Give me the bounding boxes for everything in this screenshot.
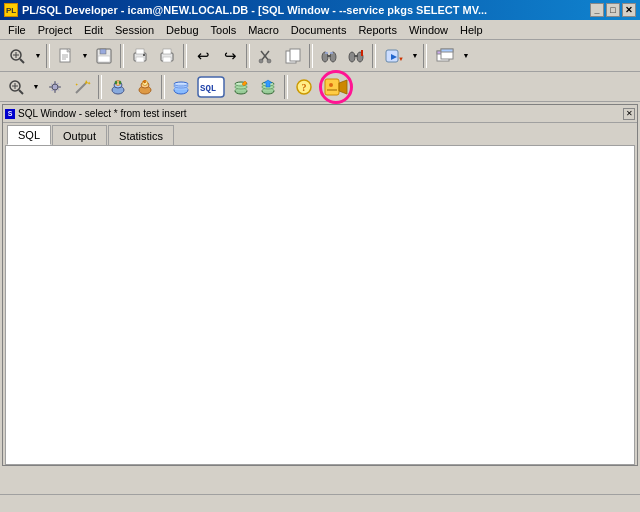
tab-statistics[interactable]: Statistics [108,125,174,145]
zoom-dropdown[interactable]: ▼ [31,75,41,99]
tab-sql[interactable]: SQL [7,125,51,145]
video-record-icon [324,76,348,98]
sql-btn[interactable]: SQL [195,75,227,99]
save-icon [95,47,113,65]
svg-rect-76 [325,79,339,95]
svg-rect-29 [330,52,333,54]
svg-text:✦: ✦ [87,80,91,86]
menu-documents[interactable]: Documents [285,22,353,38]
db-connect-button[interactable] [168,75,194,99]
video-record-button[interactable] [322,73,350,101]
menu-help[interactable]: Help [454,22,489,38]
copy-button[interactable] [280,44,306,68]
execute-button[interactable]: ▼ [379,44,409,68]
svg-rect-13 [136,49,144,54]
svg-rect-17 [163,49,171,54]
new-window-button[interactable] [430,44,460,68]
new-button[interactable] [53,44,79,68]
svg-rect-24 [290,49,300,61]
find-button[interactable] [316,44,342,68]
zoom-icon [7,78,25,96]
plugins-icon [46,78,64,96]
svg-point-78 [329,83,333,87]
print-button[interactable] [127,44,153,68]
svg-rect-27 [327,55,331,57]
close-button[interactable]: ✕ [622,3,636,17]
svg-rect-11 [98,56,110,62]
undo-button[interactable]: ↩ [190,44,216,68]
svg-line-1 [20,59,24,63]
execute-dropdown[interactable]: ▼ [410,44,420,68]
sql-window: S SQL Window - select * from test insert… [2,104,638,466]
tab-output[interactable]: Output [52,125,107,145]
menu-debug[interactable]: Debug [160,22,204,38]
window-dropdown[interactable]: ▼ [461,44,471,68]
separator-6 [372,44,376,68]
select-tool-dropdown[interactable]: ▼ [33,44,43,68]
copy-icon [284,47,302,65]
menu-project[interactable]: Project [32,22,78,38]
export-button[interactable] [255,75,281,99]
menu-window[interactable]: Window [403,22,454,38]
sql-btn-icon: SQL [197,76,225,98]
zoom-button[interactable] [2,75,30,99]
sql-window-icon: S [5,109,15,119]
svg-point-22 [267,59,271,63]
select-tool-icon [8,47,26,65]
menu-macro[interactable]: Macro [242,22,285,38]
svg-point-21 [259,59,263,63]
print-preview-button[interactable] [154,44,180,68]
svg-rect-79 [327,89,337,91]
menu-tools[interactable]: Tools [205,22,243,38]
select-tool-button[interactable] [2,44,32,68]
tabs-row: SQL Output Statistics [3,123,637,145]
sql-window-title: SQL Window - select * from test insert [18,108,187,119]
svg-marker-77 [339,80,347,94]
cut-icon [257,47,275,65]
menu-bar: File Project Edit Session Debug Tools Ma… [0,20,640,40]
svg-point-54 [119,81,121,84]
new-window-icon [436,47,454,65]
print-preview-icon [158,47,176,65]
svg-rect-63 [174,84,188,90]
maximize-button[interactable]: □ [606,3,620,17]
separator-8 [98,75,102,99]
svg-rect-40 [441,49,453,52]
menu-edit[interactable]: Edit [78,22,109,38]
svg-rect-33 [361,50,363,56]
svg-rect-10 [100,49,106,54]
redo-icon: ↪ [224,48,237,63]
new-dropdown[interactable]: ▼ [80,44,90,68]
svg-rect-18 [163,57,171,62]
separator-3 [183,44,187,68]
db-obj2-icon [136,78,154,96]
svg-line-42 [19,90,23,94]
help-button[interactable]: ? [291,75,317,99]
find-next-button[interactable] [343,44,369,68]
menu-session[interactable]: Session [109,22,160,38]
sql-window-close-button[interactable]: ✕ [623,108,635,120]
save-button[interactable] [91,44,117,68]
redo-button[interactable]: ↪ [217,44,243,68]
cut-button[interactable] [253,44,279,68]
minimize-button[interactable]: _ [590,3,604,17]
title-text: PL/SQL Developer - icam@NEW.LOCAL.DB - [… [22,4,590,16]
db-tools-button[interactable] [228,75,254,99]
wand-button[interactable]: ✦ ✦ [69,75,95,99]
separator-9 [161,75,165,99]
help-icon: ? [295,78,313,96]
sql-editor[interactable] [5,145,635,465]
window-controls: _ □ ✕ [590,3,636,17]
svg-rect-28 [325,52,328,54]
sql-window-titlebar: S SQL Window - select * from test insert… [3,105,637,123]
svg-point-45 [52,84,58,90]
db-obj2-button[interactable] [132,75,158,99]
menu-reports[interactable]: Reports [352,22,403,38]
menu-file[interactable]: File [2,22,32,38]
svg-text:✦: ✦ [75,82,79,87]
separator-4 [246,44,250,68]
db-obj1-button[interactable] [105,75,131,99]
print-icon [131,47,149,65]
svg-rect-14 [136,57,144,62]
plugins-button[interactable] [42,75,68,99]
